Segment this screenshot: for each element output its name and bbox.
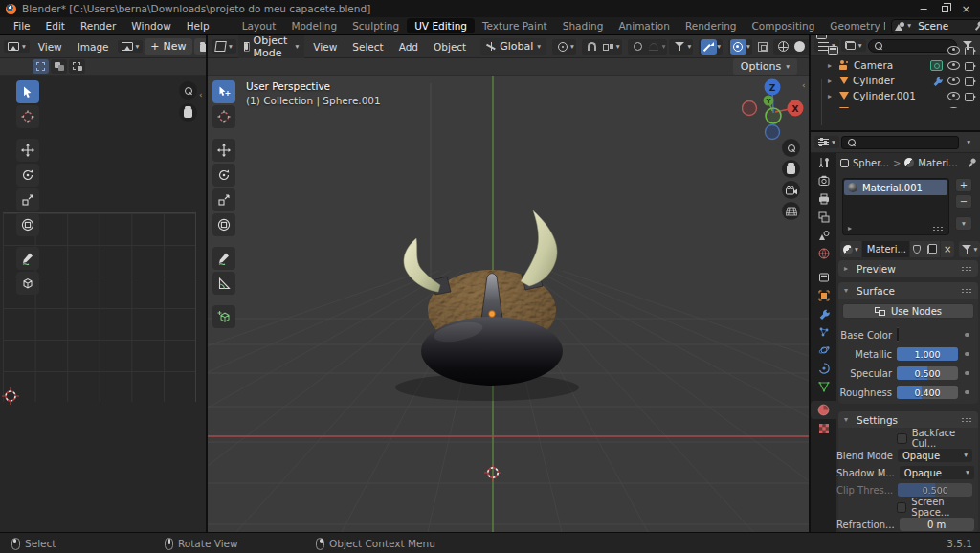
orientation-dropdown[interactable]: Global ▾ bbox=[480, 38, 546, 55]
tab-view-layer[interactable] bbox=[811, 208, 836, 226]
editor-type-button[interactable]: ▾ bbox=[212, 39, 236, 54]
scene-selector[interactable]: ▾ Scene × bbox=[891, 19, 980, 33]
breadcrumb-object[interactable]: Spher... bbox=[853, 158, 889, 168]
move-tool-button[interactable] bbox=[212, 139, 235, 162]
tab-sculpting[interactable]: Sculpting bbox=[345, 18, 407, 33]
gizmo-z-neg-ball[interactable] bbox=[766, 125, 780, 140]
menu-help[interactable]: Help bbox=[187, 20, 210, 32]
blend-mode-dropdown[interactable]: Opaque▾ bbox=[898, 449, 972, 462]
row-label[interactable]: Cylinder.001 bbox=[853, 90, 916, 101]
shadow-mode-dropdown[interactable]: Opaque▾ bbox=[900, 466, 974, 479]
remove-slot-button[interactable]: − bbox=[955, 194, 972, 209]
menu-object[interactable]: Object bbox=[434, 41, 466, 53]
expand-icon[interactable]: ▸ bbox=[828, 77, 835, 85]
shading-wireframe-button[interactable] bbox=[775, 39, 791, 55]
viewport-zoom-button[interactable] bbox=[782, 139, 800, 157]
material-slot-name[interactable]: Material.001 bbox=[862, 183, 923, 193]
uv-2d-cursor[interactable] bbox=[2, 387, 19, 405]
tab-collection[interactable] bbox=[811, 268, 836, 286]
snap-target-button[interactable] bbox=[600, 39, 616, 55]
falloff-dropdown[interactable] bbox=[646, 39, 662, 55]
editor-type-button[interactable]: ▾ bbox=[4, 40, 30, 53]
close-button[interactable]: × bbox=[962, 4, 970, 14]
menu-file[interactable]: File bbox=[13, 20, 31, 32]
viewport-pan-button[interactable] bbox=[782, 160, 800, 178]
pin-icon[interactable] bbox=[966, 156, 978, 168]
mode-dropdown[interactable]: Object Mode ▾ bbox=[238, 35, 305, 61]
use-nodes-button[interactable]: Use Nodes bbox=[842, 303, 974, 319]
viewport-scene[interactable] bbox=[208, 76, 809, 532]
visibility-dropdown[interactable]: ▾ bbox=[669, 39, 693, 55]
refraction-depth-field[interactable]: 0 m bbox=[900, 518, 974, 531]
add-cube-tool-button[interactable] bbox=[212, 305, 235, 328]
slot-specials-button[interactable]: ▾ bbox=[955, 216, 972, 231]
tab-rendering[interactable]: Rendering bbox=[678, 18, 745, 33]
viewport-camera-button[interactable] bbox=[782, 181, 800, 199]
navigation-gizmo[interactable]: Z X Y bbox=[742, 77, 809, 145]
expand-icon[interactable]: ▸ bbox=[828, 92, 835, 100]
new-image-button[interactable]: + New bbox=[145, 38, 191, 55]
unlink-material-button[interactable]: × bbox=[941, 241, 954, 257]
scene-name[interactable]: Scene bbox=[914, 20, 971, 32]
menu-window[interactable]: Window bbox=[131, 20, 170, 32]
gizmo-x-neg-ball[interactable] bbox=[743, 101, 757, 116]
tab-texture[interactable] bbox=[811, 419, 836, 437]
tab-object-data[interactable] bbox=[811, 377, 836, 395]
expand-icon[interactable]: ▸ bbox=[828, 61, 835, 70]
xray-toggle-button[interactable] bbox=[758, 39, 768, 55]
surface-panel-header[interactable]: ▾ Surface bbox=[838, 282, 978, 299]
tweak-tool-button[interactable] bbox=[16, 80, 39, 103]
clip-threshold-slider[interactable]: 0.500 bbox=[898, 483, 972, 497]
gizmo-y-neg-ball[interactable] bbox=[766, 108, 781, 123]
hide-eye-icon[interactable] bbox=[947, 77, 960, 85]
add-slot-button[interactable]: + bbox=[955, 178, 972, 192]
tab-texture-paint[interactable]: Texture Paint bbox=[475, 18, 555, 33]
image-browse-button[interactable]: ▾ bbox=[118, 40, 144, 53]
tab-particles[interactable] bbox=[811, 322, 836, 341]
tab-physics[interactable] bbox=[811, 341, 836, 359]
tab-shading[interactable]: Shading bbox=[555, 18, 612, 33]
move-tool-button[interactable] bbox=[16, 139, 39, 162]
menu-add[interactable]: Add bbox=[399, 41, 418, 53]
restore-button[interactable] bbox=[942, 6, 948, 12]
cursor-tool-button[interactable] bbox=[16, 105, 39, 128]
options-dropdown[interactable]: Options ▾ bbox=[733, 58, 797, 75]
annotate-tool-button[interactable] bbox=[16, 247, 39, 270]
menu-image[interactable]: Image bbox=[78, 41, 109, 53]
uv-zoom-button[interactable] bbox=[179, 81, 197, 100]
render-visibility-icon[interactable] bbox=[965, 46, 976, 55]
hide-eye-icon[interactable] bbox=[947, 92, 960, 100]
tweak-tool-button[interactable] bbox=[212, 80, 235, 103]
roughness-slider[interactable]: 0.400 bbox=[897, 386, 958, 399]
outliner-search-input[interactable] bbox=[868, 39, 957, 53]
tab-world[interactable] bbox=[811, 244, 836, 262]
screen-space-checkbox[interactable] bbox=[897, 502, 906, 513]
transform-tool-button[interactable] bbox=[16, 213, 39, 236]
menu-render[interactable]: Render bbox=[80, 20, 116, 32]
breadcrumb-material[interactable]: Materi... bbox=[918, 158, 957, 168]
tab-material[interactable] bbox=[811, 401, 836, 419]
render-visibility-icon[interactable] bbox=[965, 92, 976, 100]
transform-tool-button[interactable] bbox=[212, 213, 235, 236]
pivot-dropdown[interactable]: ▾ bbox=[552, 39, 576, 55]
row-label[interactable]: Camera bbox=[854, 59, 893, 71]
material-slot-row[interactable]: Material.001 bbox=[844, 180, 947, 195]
material-slot-list[interactable]: Material.001 ▸ bbox=[842, 178, 949, 235]
render-visibility-icon[interactable] bbox=[965, 77, 976, 85]
base-color-swatch[interactable] bbox=[897, 327, 899, 342]
annotate-tool-button[interactable] bbox=[212, 247, 235, 270]
properties-search-input[interactable] bbox=[841, 136, 959, 149]
sidebar-collapse-icon[interactable]: ‹ bbox=[802, 80, 806, 90]
open-image-button[interactable]: Ope bbox=[194, 38, 206, 55]
grip-dots-icon[interactable] bbox=[961, 266, 972, 272]
rotate-tool-button[interactable] bbox=[16, 164, 39, 187]
keyframe-dot-icon[interactable] bbox=[965, 333, 969, 338]
editor-type-button[interactable]: ▾ bbox=[814, 136, 839, 148]
shading-solid-button[interactable] bbox=[791, 39, 808, 55]
menu-edit[interactable]: Edit bbox=[46, 20, 65, 32]
snap-toggle-button[interactable] bbox=[584, 39, 600, 55]
pin-icon[interactable] bbox=[972, 19, 980, 32]
menu-view[interactable]: View bbox=[38, 41, 62, 53]
settings-panel-header[interactable]: ▾ Settings bbox=[838, 411, 978, 428]
select-mode-subtract-button[interactable] bbox=[69, 59, 85, 74]
